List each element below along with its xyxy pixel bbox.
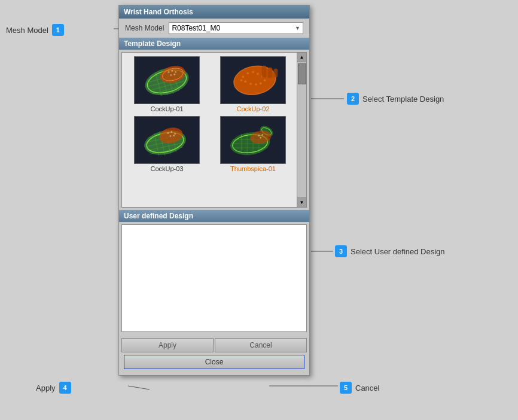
dialog-titlebar: Wrist Hand Orthosis [119,5,309,19]
svg-point-72 [258,135,260,136]
template-design-area: CockUp-01 [119,50,309,210]
svg-point-34 [255,83,257,86]
svg-point-36 [240,79,242,81]
svg-rect-39 [268,67,273,78]
template-label-cockup01: CockUp-01 [150,105,183,112]
annotation-cancel: 5 Cancel [340,382,379,394]
svg-point-19 [167,71,169,73]
annotation-apply-label: Apply [36,384,56,392]
template-thumb-cockup03 [134,116,200,164]
svg-rect-40 [273,68,278,77]
user-design-grid[interactable] [121,224,307,332]
user-design-area [119,222,309,334]
template-thumb-thumbspica01 [220,116,286,164]
svg-point-33 [249,83,252,85]
annotation-badge-3: 3 [335,245,347,257]
svg-point-73 [261,134,263,136]
mesh-model-select-wrapper: R08Test01_M0 [169,22,303,34]
annotation-mesh-model-label: Mesh Model [6,26,48,35]
annotation-select-user-defined-label: Select User defined Design [351,247,445,256]
svg-point-26 [242,75,244,78]
annotation-badge-2: 2 [347,93,359,105]
dialog-title: Wrist Hand Orthosis [124,8,193,16]
scrollbar-up-button[interactable]: ▲ [297,53,307,62]
annotation-badge-4: 4 [59,382,71,394]
mesh-model-select[interactable]: R08Test01_M0 [169,22,303,34]
template-label-cockup02: CockUp-02 [236,105,269,112]
svg-point-31 [264,79,266,81]
svg-point-74 [260,137,261,139]
cockup02-svg [221,57,285,104]
svg-point-28 [252,71,254,73]
svg-point-58 [173,135,175,136]
cockup01-svg [135,57,199,104]
svg-point-54 [167,132,169,134]
svg-point-56 [174,133,176,135]
annotation-badge-1: 1 [52,24,64,36]
annotation-select-template-label: Select Template Design [362,95,444,104]
scrollbar-thumb[interactable] [298,63,306,84]
svg-point-20 [171,70,173,72]
cockup03-svg [135,117,199,164]
svg-point-35 [260,82,262,84]
template-item-cockup02[interactable]: CockUp-02 [211,55,295,114]
svg-line-3 [128,386,150,389]
mesh-model-row: Mesh Model R08Test01_M0 [119,19,309,38]
template-item-cockup03[interactable]: CockUp-03 [124,115,209,174]
svg-rect-38 [262,65,267,77]
template-item-thumbspica01[interactable]: Thumbspica-01 [211,115,295,174]
svg-point-55 [170,131,172,133]
svg-point-27 [246,72,249,74]
annotation-select-template: 2 Select Template Design [347,93,444,105]
template-thumb-cockup02 [220,56,286,104]
apply-button[interactable]: Apply [121,338,214,352]
annotation-mesh-model: Mesh Model 1 [6,24,64,36]
dialog-window: Wrist Hand Orthosis Mesh Model R08Test01… [118,5,310,376]
svg-point-29 [257,72,259,75]
template-label-thumbspica01: Thumbspica-01 [230,165,276,172]
template-design-header: Template Design [119,38,309,50]
close-button[interactable]: Close [124,355,304,369]
cancel-button[interactable]: Cancel [215,338,307,352]
svg-point-23 [173,74,175,75]
template-grid-wrapper: CockUp-01 [121,52,307,208]
annotation-badge-5: 5 [340,382,352,394]
template-label-cockup03: CockUp-03 [150,165,183,172]
template-thumb-cockup01 [134,56,200,104]
svg-point-22 [170,74,172,76]
mesh-model-label: Mesh Model [125,24,164,32]
thumbspica01-svg [221,117,285,164]
template-item-cockup01[interactable]: CockUp-01 [124,55,209,114]
template-grid-scrollbar[interactable]: ▲ ▼ [297,53,306,207]
scrollbar-down-button[interactable]: ▼ [297,197,307,207]
annotation-cancel-label: Cancel [355,384,379,392]
annotation-apply: Apply 4 [36,382,71,394]
annotation-select-user-defined: 3 Select User defined Design [335,245,445,257]
user-defined-design-header: User defined Design [119,210,309,222]
svg-point-21 [175,71,176,73]
svg-point-32 [244,80,246,83]
action-buttons-row: Apply Cancel [119,334,309,355]
svg-point-57 [169,135,171,137]
